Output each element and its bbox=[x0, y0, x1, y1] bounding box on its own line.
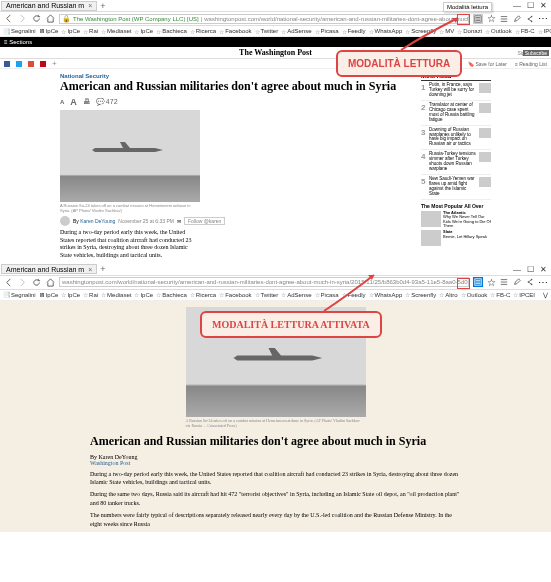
bookmark-item[interactable]: ☆AdSense bbox=[281, 28, 311, 35]
bookmark-item[interactable]: ☆Altro bbox=[439, 291, 457, 298]
most-read-item[interactable]: 5New Saudi-Yemen war flares up amid figh… bbox=[421, 175, 491, 200]
bookmark-item[interactable]: ☆Bachieca bbox=[156, 28, 187, 35]
close-icon[interactable]: ✕ bbox=[540, 1, 547, 10]
most-read-item[interactable]: 3Downing of Russian warplanes unlikely t… bbox=[421, 126, 491, 151]
twitter-icon[interactable] bbox=[16, 61, 22, 67]
callout-label: MODALITÀ LETTURA ATTIVATA bbox=[200, 311, 382, 338]
bookmark-item[interactable]: ☆FB-C bbox=[515, 28, 535, 35]
bookmark-item[interactable]: ☆Mediaset bbox=[101, 28, 131, 35]
save-later-button[interactable]: 🔖 Save for Later bbox=[468, 61, 507, 67]
share-button[interactable] bbox=[525, 14, 535, 24]
reader-mode-button-active[interactable] bbox=[473, 277, 483, 287]
bookmark-item[interactable]: ☆Ricerca bbox=[190, 28, 216, 35]
most-read-item[interactable]: 1Putin, in France, says Turkey will be s… bbox=[421, 81, 491, 101]
bookmark-item[interactable]: ☆Twitter bbox=[255, 291, 279, 298]
callout-arrow-icon bbox=[320, 271, 380, 315]
bookmark-item[interactable]: ☆Facebook bbox=[219, 28, 251, 35]
close-tab-icon[interactable]: × bbox=[88, 266, 92, 273]
bookmark-item[interactable]: ☆Rai bbox=[83, 291, 98, 298]
bookmark-item[interactable]: ☆AdSense bbox=[281, 291, 311, 298]
forward-button[interactable] bbox=[17, 14, 27, 24]
author-link[interactable]: Karen DeYoung bbox=[80, 218, 115, 224]
bookmark-item[interactable]: ☆IpCe bbox=[134, 291, 153, 298]
new-tab-button[interactable]: + bbox=[100, 1, 105, 11]
font-small[interactable]: A bbox=[60, 99, 64, 105]
font-large[interactable]: A bbox=[70, 97, 77, 107]
bookmark-item[interactable]: ☆Facebook bbox=[219, 291, 251, 298]
browser-tab[interactable]: American and Russian m × bbox=[1, 1, 97, 11]
pinterest-icon[interactable] bbox=[40, 61, 46, 67]
bookmark-item[interactable]: ☆Screenfly bbox=[405, 291, 436, 298]
bookmark-item[interactable]: 📑Segnalini bbox=[3, 291, 36, 298]
bookmark-item[interactable]: ☆IpCe bbox=[61, 291, 80, 298]
most-read-item[interactable]: 4Russia-Turkey tensions simmer after Tur… bbox=[421, 150, 491, 175]
more-button[interactable]: ⋯ bbox=[538, 14, 548, 24]
maximize-icon[interactable]: ☐ bbox=[527, 1, 534, 10]
facebook-icon[interactable] bbox=[4, 61, 10, 67]
source-link[interactable]: Washington Post bbox=[90, 460, 461, 466]
bookmark-item[interactable]: ☆Outlook bbox=[461, 291, 488, 298]
minimize-icon[interactable]: — bbox=[513, 265, 521, 274]
subscribe-button[interactable]: Subscribe bbox=[523, 50, 549, 56]
popular-item[interactable]: SlateBernie, Let Hillary Speak bbox=[421, 230, 491, 246]
close-icon[interactable]: ✕ bbox=[540, 265, 547, 274]
bookmark-item[interactable]: ☆IpCe bbox=[134, 28, 153, 35]
sections-menu[interactable]: ≡ Sections bbox=[4, 39, 32, 45]
social-row: + 🔖 Save for Later ≡ Reading List bbox=[0, 59, 551, 69]
maximize-icon[interactable]: ☐ bbox=[527, 265, 534, 274]
google-icon[interactable] bbox=[28, 61, 34, 67]
home-button[interactable] bbox=[45, 14, 55, 24]
back-button[interactable] bbox=[3, 277, 13, 287]
bookmark-item[interactable]: ☆IpCe bbox=[61, 28, 80, 35]
minimize-icon[interactable]: — bbox=[513, 1, 521, 10]
bookmark-item[interactable]: ☆Rai bbox=[83, 28, 98, 35]
author-avatar bbox=[60, 216, 70, 226]
reader-mode-button[interactable] bbox=[473, 14, 483, 24]
wp-logo[interactable]: The Washington Post bbox=[239, 48, 312, 57]
browser-tab[interactable]: American and Russian m × bbox=[1, 264, 97, 274]
bookmark-item[interactable]: ☆IPCEI bbox=[538, 28, 551, 35]
new-tab-button[interactable]: + bbox=[100, 264, 105, 274]
bookmark-item[interactable]: 🖥IpCe bbox=[39, 292, 59, 298]
refresh-button[interactable] bbox=[31, 14, 41, 24]
note-button[interactable] bbox=[512, 277, 522, 287]
back-button[interactable] bbox=[3, 14, 13, 24]
bookmark-item[interactable]: ☆Picasa bbox=[315, 28, 339, 35]
hub-button[interactable] bbox=[499, 277, 509, 287]
more-button[interactable]: ⋯ bbox=[538, 277, 548, 287]
print-icon[interactable]: 🖶 bbox=[83, 98, 90, 105]
bookmark-item[interactable]: 📑Segnalini bbox=[3, 28, 36, 35]
hub-button[interactable] bbox=[499, 14, 509, 24]
home-button[interactable] bbox=[45, 277, 55, 287]
close-tab-icon[interactable]: × bbox=[88, 2, 92, 9]
popular-item[interactable]: The AtlanticWhy We Never Tell Our Kids W… bbox=[421, 211, 491, 229]
article-paragraph: During the same two days, Russia said it… bbox=[90, 490, 461, 507]
address-bar[interactable]: washingtonpost.com/world/national-securi… bbox=[59, 277, 469, 287]
most-read-item[interactable]: 2Translator at center of Chicago case sp… bbox=[421, 101, 491, 126]
email-icon[interactable]: ✉ bbox=[177, 218, 181, 224]
forward-button[interactable] bbox=[17, 277, 27, 287]
bookmark-item[interactable]: ☆Bachieca bbox=[156, 291, 187, 298]
favorite-button[interactable]: ☆ bbox=[486, 14, 496, 24]
more-share-icon[interactable]: + bbox=[52, 59, 57, 68]
titlebar: American and Russian m × + — ☐ ✕ bbox=[0, 264, 551, 276]
comments-link[interactable]: 💬 472 bbox=[96, 98, 118, 106]
cert-label: The Washington Post (WP Company LLC) [US… bbox=[73, 16, 199, 22]
bookmark-item[interactable]: ☆Feedly bbox=[342, 28, 366, 35]
share-button[interactable] bbox=[525, 277, 535, 287]
refresh-button[interactable] bbox=[31, 277, 41, 287]
bookmark-item[interactable]: ☆Outlook bbox=[485, 28, 512, 35]
bookmark-item[interactable]: ☆Ricerca bbox=[190, 291, 216, 298]
reading-list-button[interactable]: ≡ Reading List bbox=[515, 61, 547, 67]
reader-tooltip: Modalità lettura bbox=[443, 2, 492, 12]
reader-content: A Russian Su-24 takes off on a combat mi… bbox=[0, 301, 551, 532]
favorite-button[interactable]: ☆ bbox=[486, 277, 496, 287]
bookmarks-overflow[interactable]: ⋁ bbox=[543, 291, 548, 298]
bookmark-item[interactable]: ☆FB-C bbox=[490, 291, 510, 298]
note-button[interactable] bbox=[512, 14, 522, 24]
bookmark-item[interactable]: ☆Twitter bbox=[255, 28, 279, 35]
follow-button[interactable]: Follow @karen bbox=[184, 217, 225, 225]
bookmark-item[interactable]: ☆IPCEI bbox=[513, 291, 535, 298]
bookmark-item[interactable]: ☆Mediaset bbox=[101, 291, 131, 298]
bookmark-item[interactable]: 🖥IpCe bbox=[39, 28, 59, 34]
